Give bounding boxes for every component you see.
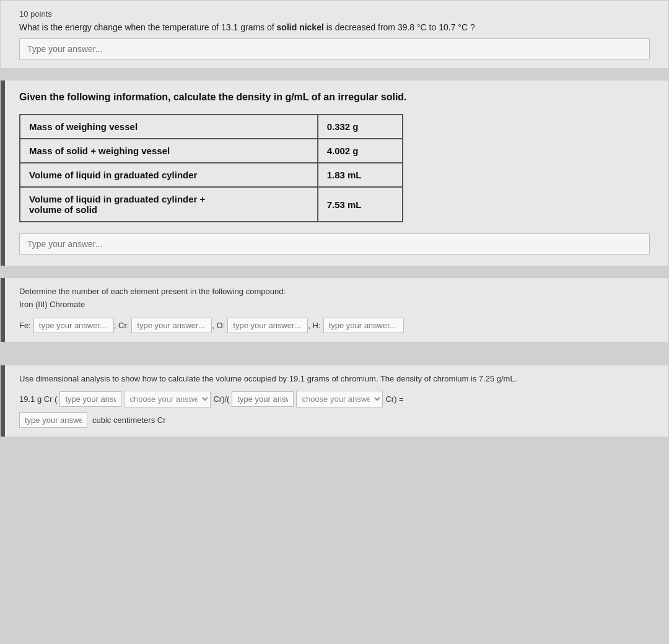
- answer-input-2[interactable]: [19, 233, 650, 255]
- dim-input-1[interactable]: [59, 391, 121, 407]
- table-row: Mass of solid + weighing vessel 4.002 g: [20, 139, 403, 163]
- question-4-text: Use dimensional analysis to show how to …: [19, 374, 650, 383]
- points-label: 10 points: [19, 9, 650, 19]
- table-cell-label: Mass of solid + weighing vessel: [20, 139, 318, 163]
- section-4-left-bar: [1, 365, 5, 437]
- table-row: Volume of liquid in graduated cylinder +…: [20, 187, 403, 222]
- dimensional-row-2: cubic centimeters Cr: [19, 412, 650, 428]
- table-cell-label: Mass of weighing vessel: [20, 115, 318, 139]
- start-text: 19.1 g Cr (: [19, 394, 57, 404]
- unit-text: cubic centimeters Cr: [92, 416, 165, 425]
- question-3-text: Determine the number of each element pre…: [19, 287, 650, 296]
- answer-input-1[interactable]: [19, 38, 650, 59]
- table-cell-value: 0.332 g: [318, 115, 403, 139]
- section-3: Determine the number of each element pre…: [0, 277, 669, 342]
- section-4: Use dimensional analysis to show how to …: [0, 365, 669, 437]
- fe-label: Fe:: [19, 321, 31, 330]
- question-2-text: Given the following information, calcula…: [19, 92, 650, 103]
- h-input[interactable]: [323, 318, 404, 333]
- table-cell-value: 4.002 g: [318, 139, 403, 163]
- section-1: 10 points What is the energy change when…: [0, 0, 669, 69]
- chromate-inputs-row: Fe: ; Cr: , O: , H:: [19, 318, 650, 333]
- question-1-text: What is the energy change when the tempe…: [19, 22, 650, 32]
- cr-input[interactable]: [131, 318, 212, 333]
- dim-input-2[interactable]: [232, 391, 294, 407]
- table-cell-label: Volume of liquid in graduated cylinder +…: [20, 187, 318, 222]
- dimensional-row-1: 19.1 g Cr ( choose your answer... mL g c…: [19, 391, 650, 407]
- table-cell-label: Volume of liquid in graduated cylinder: [20, 163, 318, 187]
- dim-select-2[interactable]: choose your answer... mL g cm³: [296, 391, 383, 407]
- table-cell-value: 7.53 mL: [318, 187, 403, 222]
- table-row: Volume of liquid in graduated cylinder 1…: [20, 163, 403, 187]
- o-label: , O:: [212, 321, 225, 330]
- h-label: , H:: [308, 321, 320, 330]
- compound-name: Iron (III) Chromate: [19, 300, 650, 309]
- o-input[interactable]: [227, 318, 308, 333]
- page-wrapper: 10 points What is the energy change when…: [0, 0, 669, 437]
- spacer: [0, 354, 669, 365]
- section-2: Given the following information, calcula…: [0, 80, 669, 266]
- density-table: Mass of weighing vessel 0.332 g Mass of …: [19, 114, 403, 222]
- fe-input[interactable]: [33, 318, 114, 333]
- cr-label: ; Cr:: [114, 321, 129, 330]
- section-3-left-bar: [1, 278, 5, 342]
- dim-select-1[interactable]: choose your answer... mL g cm³: [124, 391, 211, 407]
- dim-input-result[interactable]: [19, 412, 87, 428]
- table-row: Mass of weighing vessel 0.332 g: [20, 115, 403, 139]
- table-cell-value: 1.83 mL: [318, 163, 403, 187]
- cr-equals: Cr) =: [385, 394, 403, 404]
- section-2-left-bar: [1, 80, 5, 266]
- cr-slash: Cr)/(: [213, 394, 229, 404]
